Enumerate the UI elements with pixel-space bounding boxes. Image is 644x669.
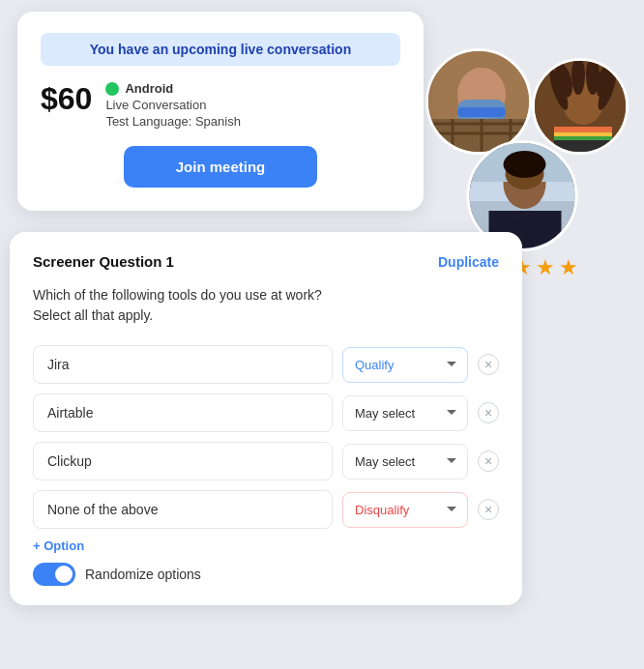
remove-option-button-3[interactable]: × [478,499,499,520]
randomize-toggle[interactable] [33,563,75,586]
option-input-1[interactable] [33,393,333,432]
scene: You have an upcoming live conversation $… [0,0,644,669]
platform-label: Android [125,81,173,96]
test-language: Test Language: Spanish [105,114,241,129]
screener-card: Screener Question 1 Duplicate Which of t… [10,232,522,605]
platform-row: Android [105,81,241,96]
remove-option-button-2[interactable]: × [478,451,499,472]
live-card-banner: You have an upcoming live conversation [41,33,400,66]
live-details: Android Live Conversation Test Language:… [105,81,241,129]
screener-question: Which of the following tools do you use … [33,283,499,328]
add-option-button[interactable]: + Option [33,538,84,553]
svg-point-29 [504,151,546,178]
option-row-2: QualifyMay selectDisqualify× [33,442,499,480]
qualifier-select-3[interactable]: QualifyMay selectDisqualify [342,492,468,528]
profiles-cluster: ★ ★ ★ ★ ★ [416,48,629,251]
profile-image-1 [425,48,532,155]
conversation-type: Live Conversation [105,98,241,112]
svg-rect-4 [457,107,506,117]
screener-header: Screener Question 1 Duplicate [33,253,499,270]
qualifier-select-0[interactable]: QualifyMay selectDisqualify [342,347,468,383]
randomize-row: Randomize options [33,563,499,586]
screener-title: Screener Question 1 [33,253,174,270]
svg-rect-22 [554,136,612,140]
join-meeting-button[interactable]: Join meeting [124,146,317,188]
option-row-1: QualifyMay selectDisqualify× [33,393,499,432]
android-icon [105,82,119,96]
options-container: QualifyMay selectDisqualify×QualifyMay s… [33,345,499,529]
svg-point-2 [462,68,501,102]
toggle-knob [55,566,73,583]
option-row-0: QualifyMay selectDisqualify× [33,345,499,384]
price: $60 [41,83,92,114]
star-4: ★ [536,255,555,280]
svg-rect-20 [554,127,612,132]
option-input-3[interactable] [33,490,333,529]
option-input-2[interactable] [33,442,333,480]
option-input-0[interactable] [33,345,333,384]
profile-image-2 [532,58,629,155]
duplicate-button[interactable]: Duplicate [438,254,499,270]
live-card-body: $60 Android Live Conversation Test Langu… [41,81,400,129]
live-conversation-card: You have an upcoming live conversation $… [17,12,424,211]
star-5: ★ [559,255,578,280]
qualifier-select-2[interactable]: QualifyMay selectDisqualify [342,444,468,480]
svg-rect-21 [554,132,612,136]
randomize-label: Randomize options [85,567,201,582]
remove-option-button-1[interactable]: × [478,402,499,423]
remove-option-button-0[interactable]: × [478,354,499,375]
qualifier-select-1[interactable]: QualifyMay selectDisqualify [342,395,468,431]
option-row-3: QualifyMay selectDisqualify× [33,490,499,529]
